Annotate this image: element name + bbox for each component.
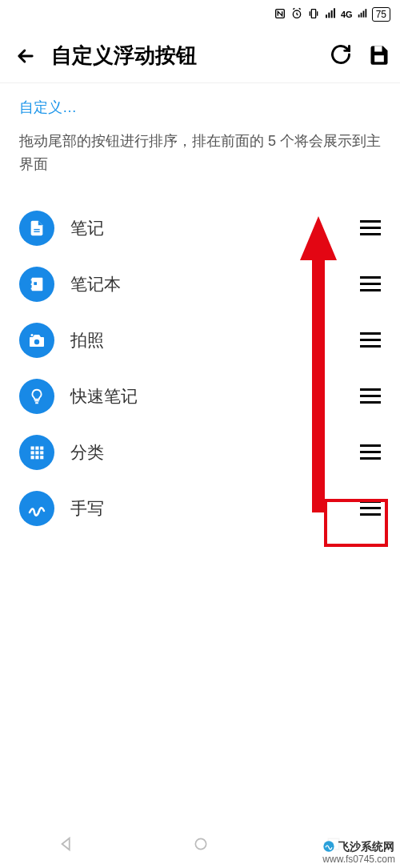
camera-icon (19, 323, 54, 358)
svg-rect-15 (32, 277, 43, 291)
signal-icon (324, 7, 337, 22)
svg-rect-22 (35, 446, 38, 449)
drag-handle-icon[interactable] (360, 440, 381, 464)
svg-rect-19 (31, 287, 33, 289)
list-item-notebook: 笔记本 (19, 256, 381, 312)
list-item-note: 笔记 (19, 200, 381, 256)
svg-rect-28 (35, 456, 38, 459)
drag-handle-icon[interactable] (360, 271, 381, 296)
drag-handle-icon[interactable] (360, 384, 381, 408)
svg-rect-4 (328, 12, 330, 18)
svg-rect-21 (31, 446, 34, 449)
svg-rect-11 (374, 55, 384, 62)
svg-rect-13 (34, 229, 39, 230)
list-item-category: 分类 (19, 424, 381, 480)
sortable-list: 笔记 笔记本 拍照 快速笔记 (19, 200, 381, 536)
note-icon (19, 211, 54, 246)
breadcrumb[interactable]: 自定义… (19, 98, 381, 117)
nfc-icon (274, 7, 286, 22)
list-item-quicknote: 快速笔记 (19, 368, 381, 424)
page-title: 自定义浮动按钮 (51, 42, 320, 70)
watermark-brand: 飞沙系统网 (338, 839, 394, 854)
svg-rect-24 (31, 451, 34, 454)
svg-rect-2 (311, 9, 315, 18)
svg-rect-14 (34, 231, 39, 231)
annotation-highlight (324, 499, 388, 547)
status-icons: 4G 75 (274, 7, 390, 22)
svg-rect-12 (374, 46, 382, 51)
signal-bars-2-icon (357, 7, 368, 22)
network-label: 4G (341, 10, 353, 19)
svg-rect-9 (362, 10, 364, 17)
status-bar: 4G 75 (0, 0, 400, 29)
svg-rect-17 (31, 279, 33, 280)
svg-rect-27 (31, 456, 34, 459)
item-label: 拍照 (70, 329, 344, 352)
item-label: 手写 (70, 497, 344, 520)
app-toolbar: 自定义浮动按钮 (0, 29, 400, 83)
watermark-url: www.fs0745.com (322, 854, 395, 866)
drag-handle-icon[interactable] (360, 328, 381, 352)
drag-handle-icon[interactable] (360, 215, 381, 240)
svg-rect-3 (326, 14, 327, 18)
svg-rect-16 (34, 282, 37, 285)
svg-rect-5 (331, 10, 333, 18)
svg-rect-8 (360, 12, 362, 17)
battery-indicator: 75 (372, 7, 390, 22)
content-area: 自定义… 拖动尾部的按钮进行排序，排在前面的 5 个将会展示到主界面 笔记 笔记… (0, 83, 400, 536)
svg-rect-10 (365, 9, 366, 18)
battery-percent: 75 (376, 9, 386, 20)
list-item-camera: 拍照 (19, 312, 381, 368)
item-label: 分类 (70, 441, 344, 464)
svg-rect-23 (40, 446, 43, 449)
svg-rect-29 (40, 456, 43, 459)
back-button[interactable] (10, 45, 42, 67)
item-label: 笔记 (70, 217, 344, 239)
svg-point-31 (195, 838, 206, 849)
svg-rect-7 (358, 14, 359, 18)
nav-home-button[interactable] (193, 836, 209, 855)
svg-point-20 (34, 339, 39, 344)
save-button[interactable] (368, 43, 390, 69)
item-label: 笔记本 (70, 273, 344, 295)
watermark: 飞沙系统网 www.fs0745.com (318, 838, 400, 868)
svg-rect-26 (40, 451, 43, 454)
svg-rect-25 (35, 451, 38, 454)
vibrate-icon (307, 7, 320, 22)
hint-text: 拖动尾部的按钮进行排序，排在前面的 5 个将会展示到主界面 (19, 130, 381, 176)
watermark-logo-icon (322, 840, 335, 853)
nav-back-button[interactable] (58, 835, 76, 856)
handwriting-icon (19, 491, 54, 526)
bulb-icon (19, 379, 54, 414)
svg-rect-6 (334, 8, 335, 18)
item-label: 快速笔记 (70, 385, 344, 408)
refresh-button[interactable] (330, 43, 352, 69)
grid-icon (19, 435, 54, 470)
notebook-icon (19, 267, 54, 302)
alarm-icon (290, 7, 303, 22)
svg-rect-18 (31, 283, 33, 285)
